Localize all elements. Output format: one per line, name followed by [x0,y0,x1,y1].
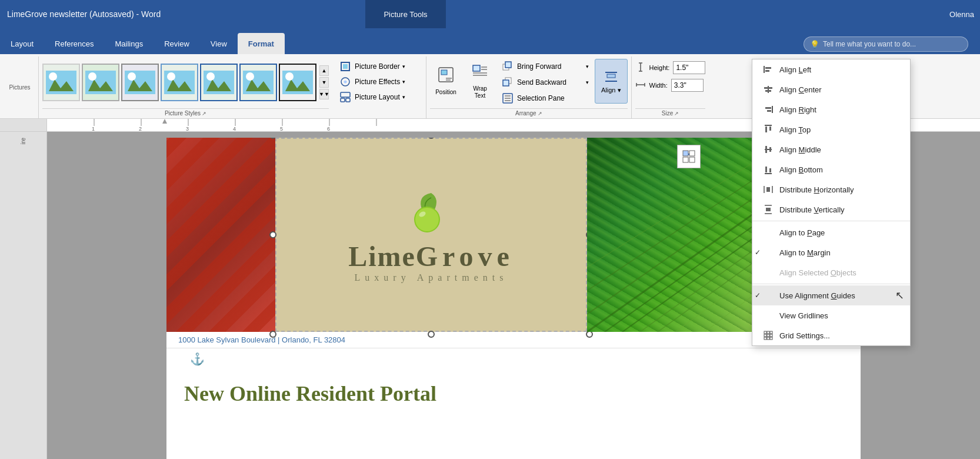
align-left-item[interactable]: Align Left [752,59,910,79]
gallery-item-5[interactable] [200,64,238,101]
align-right-item[interactable]: Align Right [752,99,910,119]
picture-effects-dropdown[interactable]: ▾ [402,79,405,85]
picture-layout-icon [339,91,351,103]
picture-effects-btn[interactable]: Picture Effects ▾ [336,74,422,89]
height-field: Height: [635,61,706,74]
arrange-expand[interactable]: ↗ [538,111,542,117]
picture-styles-label: Picture Styles ↗ [42,108,329,118]
address-text: 1000 Lake Sylvan Boulevard | Orlando, FL… [178,335,345,344]
picture-layout-btn[interactable]: Picture Layout ▾ [336,89,422,105]
distribute-h-item[interactable]: Distribute Horizontally [752,179,910,199]
grid-settings-label: Grid Settings... [779,331,830,340]
svg-rect-98 [765,146,767,153]
align-bottom-item[interactable]: Align Bottom [752,159,910,179]
header-logo[interactable]: Lime Grove Luxury Apartments [275,138,587,332]
align-btn[interactable]: Align ▾ [595,59,628,104]
gallery-scroll-down[interactable]: ▼ [319,77,329,88]
logo-text: Lime Grove [348,240,514,272]
bring-forward-btn[interactable]: Bring Forward ▾ [498,59,592,74]
left-panel: ire [0,132,47,459]
svg-marker-66 [162,119,167,124]
gallery-scroll-controls: ▲ ▼ ▼▼ [319,65,329,99]
width-field: Width: [635,79,706,92]
anchor-icon: ⚓ [190,352,205,365]
logo-grove: Grove [416,240,514,272]
send-backward-arrow[interactable]: ▾ [586,79,589,85]
svg-rect-105 [766,187,770,192]
align-margin-label: Align to Margin [779,248,831,257]
tab-format[interactable]: Format [238,33,285,54]
bring-forward-arrow[interactable]: ▾ [586,64,589,69]
picture-border-btn[interactable]: Picture Border ▾ [336,59,422,74]
distribute-v-item[interactable]: Distribute Vertically [752,199,910,219]
user-name: Olenna [949,0,974,28]
use-guides-spacer [762,289,775,302]
gallery-item-4[interactable] [161,64,198,101]
svg-rect-117 [770,337,772,340]
gallery-scroll-up[interactable]: ▲ [319,65,329,76]
svg-rect-110 [767,331,769,334]
svg-point-8 [128,72,136,81]
svg-text:6: 6 [327,126,330,132]
bring-forward-icon [502,61,514,72]
gallery-item-7[interactable] [279,64,316,101]
align-center-label: Align Center [779,85,822,94]
layout-icon[interactable] [677,145,701,168]
logo-container: Lime Grove Luxury Apartments [336,175,526,295]
svg-point-2 [49,72,57,81]
gallery-item-3[interactable] [121,64,159,101]
svg-text:3: 3 [186,126,189,132]
align-top-item[interactable]: Align Top [752,119,910,139]
align-page-item[interactable]: Align to Page [752,222,910,242]
tab-mailings[interactable]: Mailings [105,33,154,54]
gallery-item-2[interactable] [82,64,119,101]
size-label: Size ↗ [635,108,706,118]
width-input[interactable] [671,79,704,92]
align-middle-icon [762,143,775,156]
picture-layout-dropdown[interactable]: ▾ [402,94,405,100]
picture-border-icon [339,61,351,72]
title-bar: LimeGrove newsletter (Autosaved) - Word … [0,0,980,28]
handle-tc[interactable] [428,138,435,139]
svg-rect-116 [767,337,769,340]
align-right-icon [762,103,775,116]
svg-point-5 [88,72,96,81]
svg-rect-114 [770,334,772,337]
picture-styles-expand[interactable]: ↗ [202,111,206,117]
height-icon [635,62,646,74]
svg-rect-67 [683,151,688,156]
align-selected-item[interactable]: Align Selected Objects [752,262,910,282]
use-guides-item[interactable]: Use Alignment Guides ↖ [752,285,910,305]
selection-pane-btn[interactable]: Selection Pane [498,91,592,106]
picture-tools-label: Picture Tools [365,0,446,28]
grid-settings-item[interactable]: Grid Settings... [752,325,910,345]
align-margin-item[interactable]: Align to Margin [752,242,910,262]
tab-layout[interactable]: Layout [0,33,44,54]
svg-rect-102 [769,168,771,172]
view-gridlines-item[interactable]: View Gridlines [752,305,910,325]
svg-rect-93 [767,110,771,112]
tab-review[interactable]: Review [154,33,200,54]
wrap-text-btn[interactable]: WrapText [464,59,496,104]
send-backward-icon [502,76,514,88]
position-btn[interactable]: Position [430,59,462,104]
gallery-item-6[interactable] [239,64,277,101]
height-input[interactable] [673,61,705,74]
tell-me-input[interactable]: 💡 Tell me what you want to do... [804,36,968,52]
align-middle-item[interactable]: Align Middle [752,139,910,159]
gallery-item-1[interactable] [42,64,80,101]
svg-point-14 [206,72,215,81]
send-backward-btn[interactable]: Send Backward ▾ [498,75,592,90]
picture-border-dropdown[interactable]: ▾ [402,64,405,69]
align-label: Align ▾ [601,87,621,94]
svg-rect-90 [765,90,771,92]
tab-references[interactable]: References [44,33,104,54]
position-label: Position [435,89,456,96]
gallery-scroll-more[interactable]: ▼▼ [319,89,329,99]
svg-point-11 [167,72,175,81]
tab-view[interactable]: View [200,33,238,54]
align-center-item[interactable]: Align Center [752,79,910,99]
anchor-area: ⚓ [166,348,861,370]
size-expand[interactable]: ↗ [674,111,679,117]
svg-point-73 [415,208,439,231]
